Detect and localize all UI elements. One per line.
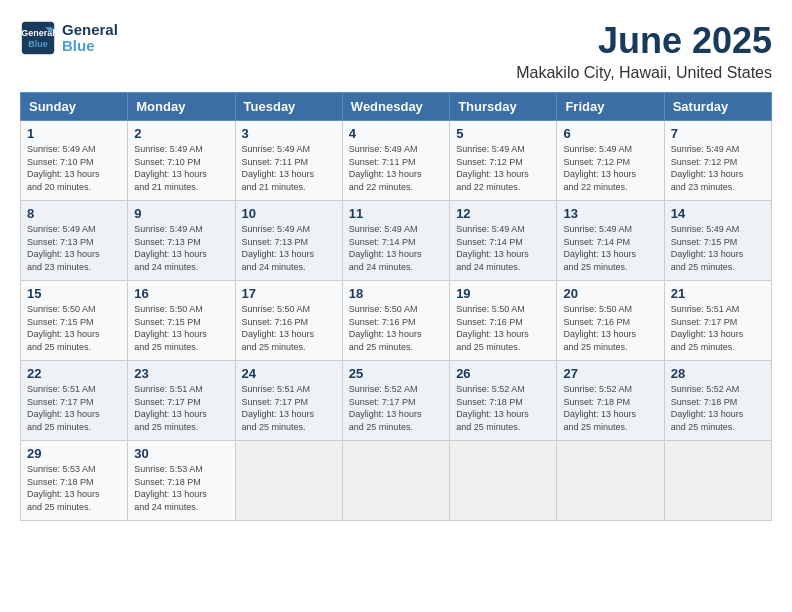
calendar-week-row: 22Sunrise: 5:51 AM Sunset: 7:17 PM Dayli… xyxy=(21,361,772,441)
weekday-header-saturday: Saturday xyxy=(664,93,771,121)
day-number: 30 xyxy=(134,446,228,461)
calendar-week-row: 8Sunrise: 5:49 AM Sunset: 7:13 PM Daylig… xyxy=(21,201,772,281)
day-number: 19 xyxy=(456,286,550,301)
calendar-day-2: 2Sunrise: 5:49 AM Sunset: 7:10 PM Daylig… xyxy=(128,121,235,201)
day-info: Sunrise: 5:53 AM Sunset: 7:18 PM Dayligh… xyxy=(134,463,228,513)
calendar-day-21: 21Sunrise: 5:51 AM Sunset: 7:17 PM Dayli… xyxy=(664,281,771,361)
logo-text-blue: Blue xyxy=(62,38,118,55)
day-info: Sunrise: 5:49 AM Sunset: 7:14 PM Dayligh… xyxy=(563,223,657,273)
calendar-day-empty xyxy=(450,441,557,521)
calendar-day-empty xyxy=(342,441,449,521)
day-info: Sunrise: 5:49 AM Sunset: 7:12 PM Dayligh… xyxy=(671,143,765,193)
day-number: 3 xyxy=(242,126,336,141)
day-info: Sunrise: 5:49 AM Sunset: 7:10 PM Dayligh… xyxy=(134,143,228,193)
day-info: Sunrise: 5:49 AM Sunset: 7:12 PM Dayligh… xyxy=(563,143,657,193)
calendar-day-12: 12Sunrise: 5:49 AM Sunset: 7:14 PM Dayli… xyxy=(450,201,557,281)
calendar-day-20: 20Sunrise: 5:50 AM Sunset: 7:16 PM Dayli… xyxy=(557,281,664,361)
weekday-header-sunday: Sunday xyxy=(21,93,128,121)
day-info: Sunrise: 5:51 AM Sunset: 7:17 PM Dayligh… xyxy=(242,383,336,433)
calendar-week-row: 15Sunrise: 5:50 AM Sunset: 7:15 PM Dayli… xyxy=(21,281,772,361)
weekday-header-monday: Monday xyxy=(128,93,235,121)
day-info: Sunrise: 5:50 AM Sunset: 7:16 PM Dayligh… xyxy=(349,303,443,353)
day-number: 26 xyxy=(456,366,550,381)
calendar-week-row: 1Sunrise: 5:49 AM Sunset: 7:10 PM Daylig… xyxy=(21,121,772,201)
day-info: Sunrise: 5:49 AM Sunset: 7:12 PM Dayligh… xyxy=(456,143,550,193)
day-number: 8 xyxy=(27,206,121,221)
day-number: 29 xyxy=(27,446,121,461)
day-info: Sunrise: 5:50 AM Sunset: 7:16 PM Dayligh… xyxy=(456,303,550,353)
day-info: Sunrise: 5:49 AM Sunset: 7:13 PM Dayligh… xyxy=(242,223,336,273)
weekday-header-wednesday: Wednesday xyxy=(342,93,449,121)
day-info: Sunrise: 5:51 AM Sunset: 7:17 PM Dayligh… xyxy=(134,383,228,433)
day-number: 23 xyxy=(134,366,228,381)
calendar-week-row: 29Sunrise: 5:53 AM Sunset: 7:18 PM Dayli… xyxy=(21,441,772,521)
day-info: Sunrise: 5:49 AM Sunset: 7:11 PM Dayligh… xyxy=(349,143,443,193)
day-info: Sunrise: 5:49 AM Sunset: 7:10 PM Dayligh… xyxy=(27,143,121,193)
day-number: 17 xyxy=(242,286,336,301)
calendar-day-30: 30Sunrise: 5:53 AM Sunset: 7:18 PM Dayli… xyxy=(128,441,235,521)
day-number: 5 xyxy=(456,126,550,141)
weekday-header-thursday: Thursday xyxy=(450,93,557,121)
day-number: 25 xyxy=(349,366,443,381)
day-number: 10 xyxy=(242,206,336,221)
day-info: Sunrise: 5:50 AM Sunset: 7:15 PM Dayligh… xyxy=(27,303,121,353)
day-info: Sunrise: 5:51 AM Sunset: 7:17 PM Dayligh… xyxy=(671,303,765,353)
day-number: 14 xyxy=(671,206,765,221)
calendar-day-25: 25Sunrise: 5:52 AM Sunset: 7:17 PM Dayli… xyxy=(342,361,449,441)
day-info: Sunrise: 5:52 AM Sunset: 7:18 PM Dayligh… xyxy=(456,383,550,433)
day-info: Sunrise: 5:53 AM Sunset: 7:18 PM Dayligh… xyxy=(27,463,121,513)
calendar-day-3: 3Sunrise: 5:49 AM Sunset: 7:11 PM Daylig… xyxy=(235,121,342,201)
weekday-header-tuesday: Tuesday xyxy=(235,93,342,121)
calendar-day-6: 6Sunrise: 5:49 AM Sunset: 7:12 PM Daylig… xyxy=(557,121,664,201)
day-number: 12 xyxy=(456,206,550,221)
logo-icon: General Blue xyxy=(20,20,56,56)
day-number: 18 xyxy=(349,286,443,301)
header: General Blue General Blue June 2025 Maka… xyxy=(20,20,772,82)
calendar-day-8: 8Sunrise: 5:49 AM Sunset: 7:13 PM Daylig… xyxy=(21,201,128,281)
weekday-header-row: SundayMondayTuesdayWednesdayThursdayFrid… xyxy=(21,93,772,121)
calendar-day-16: 16Sunrise: 5:50 AM Sunset: 7:15 PM Dayli… xyxy=(128,281,235,361)
calendar-day-13: 13Sunrise: 5:49 AM Sunset: 7:14 PM Dayli… xyxy=(557,201,664,281)
svg-text:Blue: Blue xyxy=(28,39,48,49)
calendar-day-26: 26Sunrise: 5:52 AM Sunset: 7:18 PM Dayli… xyxy=(450,361,557,441)
logo: General Blue General Blue xyxy=(20,20,118,56)
day-info: Sunrise: 5:50 AM Sunset: 7:15 PM Dayligh… xyxy=(134,303,228,353)
weekday-header-friday: Friday xyxy=(557,93,664,121)
day-info: Sunrise: 5:49 AM Sunset: 7:13 PM Dayligh… xyxy=(134,223,228,273)
day-info: Sunrise: 5:52 AM Sunset: 7:18 PM Dayligh… xyxy=(671,383,765,433)
calendar-day-24: 24Sunrise: 5:51 AM Sunset: 7:17 PM Dayli… xyxy=(235,361,342,441)
day-info: Sunrise: 5:49 AM Sunset: 7:13 PM Dayligh… xyxy=(27,223,121,273)
day-number: 16 xyxy=(134,286,228,301)
day-info: Sunrise: 5:52 AM Sunset: 7:18 PM Dayligh… xyxy=(563,383,657,433)
day-info: Sunrise: 5:52 AM Sunset: 7:17 PM Dayligh… xyxy=(349,383,443,433)
calendar-day-11: 11Sunrise: 5:49 AM Sunset: 7:14 PM Dayli… xyxy=(342,201,449,281)
day-number: 11 xyxy=(349,206,443,221)
day-number: 6 xyxy=(563,126,657,141)
calendar-day-1: 1Sunrise: 5:49 AM Sunset: 7:10 PM Daylig… xyxy=(21,121,128,201)
day-number: 21 xyxy=(671,286,765,301)
calendar-day-15: 15Sunrise: 5:50 AM Sunset: 7:15 PM Dayli… xyxy=(21,281,128,361)
calendar-day-7: 7Sunrise: 5:49 AM Sunset: 7:12 PM Daylig… xyxy=(664,121,771,201)
calendar-day-27: 27Sunrise: 5:52 AM Sunset: 7:18 PM Dayli… xyxy=(557,361,664,441)
calendar-day-17: 17Sunrise: 5:50 AM Sunset: 7:16 PM Dayli… xyxy=(235,281,342,361)
calendar-subtitle: Makakilo City, Hawaii, United States xyxy=(516,64,772,82)
day-number: 15 xyxy=(27,286,121,301)
calendar-day-empty xyxy=(557,441,664,521)
day-number: 24 xyxy=(242,366,336,381)
calendar-day-29: 29Sunrise: 5:53 AM Sunset: 7:18 PM Dayli… xyxy=(21,441,128,521)
day-number: 1 xyxy=(27,126,121,141)
calendar-day-empty xyxy=(235,441,342,521)
day-info: Sunrise: 5:49 AM Sunset: 7:14 PM Dayligh… xyxy=(456,223,550,273)
calendar-day-22: 22Sunrise: 5:51 AM Sunset: 7:17 PM Dayli… xyxy=(21,361,128,441)
calendar-table: SundayMondayTuesdayWednesdayThursdayFrid… xyxy=(20,92,772,521)
day-info: Sunrise: 5:49 AM Sunset: 7:11 PM Dayligh… xyxy=(242,143,336,193)
day-number: 7 xyxy=(671,126,765,141)
calendar-day-9: 9Sunrise: 5:49 AM Sunset: 7:13 PM Daylig… xyxy=(128,201,235,281)
day-number: 9 xyxy=(134,206,228,221)
logo-text-general: General xyxy=(62,22,118,39)
calendar-title: June 2025 xyxy=(516,20,772,62)
day-info: Sunrise: 5:49 AM Sunset: 7:15 PM Dayligh… xyxy=(671,223,765,273)
day-number: 20 xyxy=(563,286,657,301)
day-info: Sunrise: 5:51 AM Sunset: 7:17 PM Dayligh… xyxy=(27,383,121,433)
day-number: 22 xyxy=(27,366,121,381)
